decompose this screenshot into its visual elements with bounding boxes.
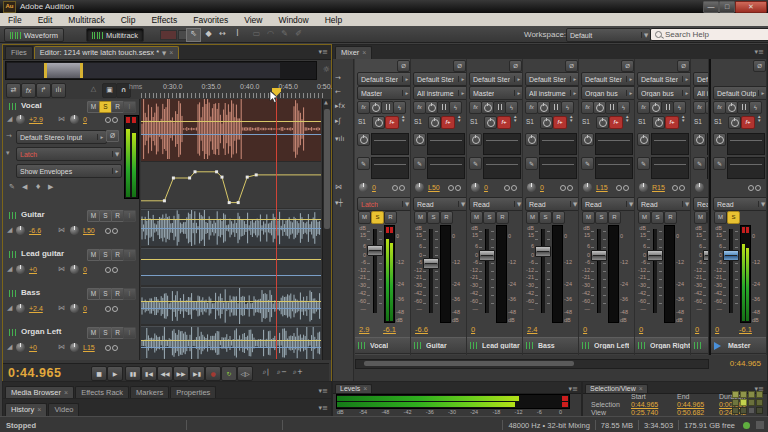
strip-mute-button[interactable]: M (526, 211, 539, 224)
panel-menu-icon[interactable]: ▾≡ (569, 385, 578, 393)
fader-track[interactable] (429, 229, 433, 313)
menu-item-file[interactable]: File (0, 15, 30, 25)
strip-output-select[interactable]: Master▸ (357, 86, 411, 100)
marquee-tool[interactable]: ▭ (250, 28, 263, 40)
send-spinner[interactable]: ▲ ▼ (681, 115, 690, 123)
send-spinner[interactable]: ▲ ▼ (513, 115, 522, 123)
transport-skip-button[interactable]: ◁▷ (237, 366, 253, 381)
volume-envelope-line[interactable] (141, 259, 321, 260)
send-power-button[interactable] (596, 116, 609, 129)
pan-envelope-line[interactable] (141, 347, 321, 348)
fx-freeze-button[interactable]: ϟ (673, 101, 686, 114)
pan-value[interactable]: 0 (484, 184, 488, 191)
automation-mode-select[interactable]: Read▼ (413, 197, 467, 211)
volume-envelope-line[interactable] (141, 219, 321, 220)
audio-clip[interactable] (141, 248, 321, 285)
phase-button[interactable]: Ø (565, 60, 578, 72)
volume-knob[interactable] (16, 265, 25, 274)
volume-envelope-line[interactable] (141, 121, 321, 122)
send-prefader-button[interactable]: f+ (609, 116, 623, 129)
timeline-ruler[interactable]: hms 0:30.00:35.00:40.00:45.00:50. (129, 81, 323, 99)
close-button[interactable]: ✕ (735, 1, 767, 13)
fader-value[interactable]: 0 (583, 325, 587, 334)
fader-value[interactable]: -6.6 (415, 325, 428, 334)
pan-knob[interactable] (70, 226, 79, 235)
zoom-in-button[interactable]: ⌕+ (291, 366, 305, 379)
send-power-button[interactable] (728, 116, 741, 129)
eq-power-button[interactable] (525, 133, 538, 146)
waveform-view-button[interactable]: Waveform (4, 28, 64, 42)
send-prefader-button[interactable]: f+ (741, 116, 755, 129)
pan-envelope-line[interactable] (141, 134, 321, 135)
strip-record-arm-button[interactable]: R (384, 211, 397, 224)
fader-handle[interactable] (647, 250, 663, 261)
send-prefader-button[interactable]: f+ (665, 116, 679, 129)
pan-knob[interactable] (527, 183, 536, 192)
phase-button[interactable]: Ø (453, 60, 466, 72)
eq-edit-button[interactable]: ✎ (413, 157, 426, 170)
strip-solo-button[interactable]: S (427, 211, 440, 224)
send-spinner[interactable]: ▲ ▼ (401, 115, 410, 123)
navigator-range-handle[interactable] (44, 63, 83, 78)
tab-files[interactable]: Files (5, 46, 33, 59)
audio-clip[interactable] (141, 99, 321, 162)
pan-value[interactable]: L50 (83, 227, 95, 234)
metering-icon[interactable]: ılı (51, 83, 66, 98)
fader-track[interactable] (653, 229, 657, 313)
strip-output-select[interactable]: All instrume▸ (525, 86, 579, 100)
automation-mode-select[interactable]: Read▼ (693, 197, 709, 211)
scroll-up-icon[interactable]: ▲ (324, 99, 328, 105)
strip-input-select[interactable]: Default Ster▸ (413, 72, 467, 86)
tab-editor[interactable]: Editor: 1214 write latch touch.sesx * ▼ … (34, 46, 180, 59)
move-tool[interactable]: ⇖ (186, 28, 201, 42)
menu-item-favorites[interactable]: Favorites (185, 15, 236, 25)
eq-power-button[interactable] (693, 133, 706, 146)
send-power-button[interactable] (652, 116, 665, 129)
menu-item-effects[interactable]: Effects (143, 15, 185, 25)
strip-name-row[interactable]: Guitar (411, 337, 467, 354)
volume-envelope-line[interactable] (141, 301, 321, 302)
close-icon[interactable]: × (362, 49, 366, 56)
track-input-monitor-button[interactable]: I (123, 288, 136, 300)
strip-solo-button[interactable]: S (651, 211, 664, 224)
send-prefader-button[interactable]: f+ (497, 116, 511, 129)
fader-handle[interactable] (367, 245, 383, 256)
tab-selection-view[interactable]: Selection/View× (585, 384, 648, 393)
strip-input-select[interactable]: Default Ster▸ (637, 72, 691, 86)
strip-mute-button[interactable]: M (694, 211, 707, 224)
eq-graph[interactable] (427, 157, 465, 179)
fader-handle[interactable] (423, 258, 439, 269)
pan-knob[interactable] (471, 183, 480, 192)
cell-value[interactable]: 0:50.682 (677, 409, 704, 416)
send-spinner[interactable]: ▲ ▼ (625, 115, 634, 123)
scrollbar-thumb[interactable] (324, 109, 330, 229)
zoom-in-point-button[interactable]: ⌕| (259, 366, 273, 379)
eq-power-button[interactable] (637, 133, 650, 146)
menu-item-help[interactable]: Help (317, 15, 350, 25)
volume-knob[interactable] (16, 304, 25, 313)
zoom-navigator[interactable]: ☼ (5, 61, 317, 80)
send-power-button[interactable] (428, 116, 441, 129)
eq-graph[interactable] (371, 133, 409, 155)
track-input-monitor-button[interactable]: I (123, 249, 136, 261)
pan-value[interactable]: L15 (83, 344, 95, 351)
fader-handle[interactable] (723, 250, 739, 261)
pan-knob[interactable] (639, 183, 648, 192)
pan-knob[interactable] (70, 343, 79, 352)
pan-envelope-line[interactable] (141, 275, 321, 276)
send-prefader-button[interactable]: f+ (385, 116, 399, 129)
phase-button[interactable]: Ø (753, 60, 766, 72)
send-prefader-button[interactable]: f+ (441, 116, 455, 129)
eq-power-button[interactable] (581, 133, 594, 146)
fader-track[interactable] (541, 229, 545, 313)
pan-knob[interactable] (70, 115, 79, 124)
strip-mute-button[interactable]: M (582, 211, 595, 224)
eq-graph[interactable] (651, 133, 689, 155)
strip-mute-button[interactable]: M (638, 211, 651, 224)
pan-value[interactable]: 0 (372, 184, 376, 191)
strip-input-select[interactable]: Default Ster▸ (357, 72, 411, 86)
close-icon[interactable]: × (169, 49, 173, 56)
pan-value[interactable]: L50 (428, 184, 440, 191)
crossfade-icon[interactable]: ⇄ (6, 83, 21, 98)
tab-mixer[interactable]: Mixer× (335, 46, 372, 59)
